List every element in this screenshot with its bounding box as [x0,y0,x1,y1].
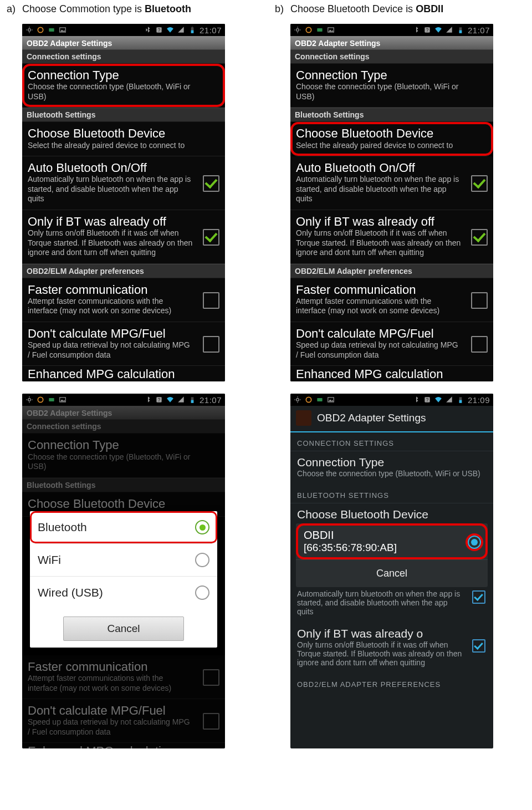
app-header: OBD2 Adapter Settings [290,36,493,49]
connection-type-sub-dim: Choose the connection type (Bluetooth, W… [28,452,219,472]
cancel-button[interactable]: Cancel [63,617,184,641]
enhanced-title-dim: Enhanced MPG calculation [28,744,175,748]
status-bar: ? 21:07 [290,24,493,36]
help-icon: ? [423,396,431,404]
obd-icon [316,396,324,404]
item-only-if[interactable]: Only if BT was already off Only turns on… [290,210,493,264]
item-enhanced-cut[interactable]: Enhanced MPG calculation [290,366,493,381]
svg-text:?: ? [158,398,161,403]
picture-icon [59,26,66,34]
phone-a1: ? 21:07 OBD2 Adapter Settings Connection… [22,24,225,381]
caption-b-bold: OBDII [416,3,443,14]
help-icon: ? [155,396,163,404]
auto-bt-sub: Automatically turn bluetooth on when the… [28,175,219,204]
connection-type-title-dim: Connection Type [28,438,219,452]
item-enhanced-cut[interactable]: Enhanced MPG calculation [22,366,225,381]
item-faster[interactable]: Faster communication Attempt faster comm… [22,278,225,322]
connection-type-title: Connection Type [28,68,219,82]
wifi-icon [166,26,174,34]
app-logo-icon [296,410,311,426]
holo-choose-bt[interactable]: Choose Bluetooth Device [290,503,493,523]
mpg-checkbox[interactable] [203,336,219,353]
auto-bt-title: Auto Bluetooth On/Off [296,161,488,175]
option-obdii[interactable]: OBDII [66:35:56:78:90:AB] [296,523,488,559]
obd-icon [48,26,55,34]
enhanced-title: Enhanced MPG calculation [28,367,175,381]
faster-checkbox[interactable] [471,292,488,309]
only-if-title-holo: Only if BT was already o [297,627,487,640]
holo-connection-type[interactable]: Connection Type Choose the connection ty… [290,451,493,485]
only-if-checkbox-holo[interactable] [472,639,485,653]
mpg-checkbox[interactable] [471,336,488,353]
item-auto-bt[interactable]: Auto Bluetooth On/Off Automatically turn… [22,156,225,210]
option-bluetooth[interactable]: Bluetooth [30,511,217,544]
holo-only-if[interactable]: Only if BT was already o Only turns on/o… [290,623,493,674]
only-if-checkbox[interactable] [471,229,488,246]
wifi-icon [166,396,174,404]
svg-text:?: ? [426,28,429,33]
svg-point-1 [38,27,43,32]
svg-rect-8 [192,27,193,27]
faster-sub: Attempt faster communications with the i… [296,297,488,316]
svg-rect-11 [49,398,54,401]
caption-a-mono: Commotion [59,3,110,14]
auto-bt-sub-holo: Automatically turn bluetooth on when the… [297,589,487,616]
faster-sub-dim: Attempt faster communications with the i… [28,674,219,693]
caption-b: b) Choose Bluetooth Device is OBDII [275,3,493,15]
battery-icon [188,26,196,34]
section-connection-dim: Connection settings [22,419,225,434]
phone-b1: ? 21:07 OBD2 Adapter Settings Connection… [290,24,493,381]
faster-title: Faster communication [28,283,219,297]
faster-title-dim: Faster communication [28,660,219,674]
battery-icon [457,396,464,404]
item-mpg-dim: Don't calculate MPG/Fuel Speed up data r… [22,699,225,743]
auto-bt-checkbox-holo[interactable] [472,590,485,604]
item-connection-type[interactable]: Connection Type Choose the connection ty… [22,64,225,108]
item-faster[interactable]: Faster communication Attempt faster comm… [290,278,493,322]
item-mpg[interactable]: Don't calculate MPG/Fuel Speed up data r… [290,322,493,366]
item-choose-bt[interactable]: Choose Bluetooth Device Select the alrea… [290,122,493,156]
holo-auto-bt[interactable]: Automatically turn bluetooth on when the… [290,587,493,623]
cancel-button[interactable]: Cancel [296,559,488,587]
item-mpg[interactable]: Don't calculate MPG/Fuel Speed up data r… [22,322,225,366]
option-wired-label: Wired (USB) [38,586,103,599]
svg-point-26 [306,398,311,403]
dialog-choose-bt: OBDII [66:35:56:78:90:AB] Cancel [296,523,488,587]
item-connection-type[interactable]: Connection Type Choose the connection ty… [290,64,493,108]
wifi-icon [434,396,442,404]
radio-icon [195,585,209,600]
bluetooth-icon [144,26,152,34]
option-wifi-label: WiFi [38,553,61,567]
torque-icon [37,26,44,34]
option-bluetooth-label: Bluetooth [38,521,87,534]
section-bluetooth: Bluetooth Settings [22,108,225,122]
svg-point-25 [296,399,299,401]
only-if-checkbox[interactable] [203,229,219,246]
option-wired[interactable]: Wired (USB) [30,577,217,609]
svg-point-0 [28,29,31,32]
caption-b-text: Choose Bluetooth Device is [290,3,416,14]
faster-checkbox[interactable] [203,292,219,309]
choose-bt-sub: Select the already paired device to conn… [28,141,219,151]
item-choose-bt[interactable]: Choose Bluetooth Device Select the alrea… [22,122,225,156]
section-bluetooth-dim: Bluetooth Settings [22,478,225,492]
picture-icon [327,26,335,34]
item-only-if[interactable]: Only if BT was already off Only turns on… [22,210,225,264]
choose-bt-title-holo: Choose Bluetooth Device [297,508,487,521]
torque-icon [305,26,313,34]
auto-bt-checkbox[interactable] [471,175,488,192]
option-wifi[interactable]: WiFi [30,544,217,577]
svg-rect-7 [191,30,194,33]
obd-icon [48,396,55,404]
battery-icon [188,396,196,404]
item-auto-bt[interactable]: Auto Bluetooth On/Off Automatically turn… [290,156,493,210]
signal-icon [446,26,453,34]
auto-bt-checkbox[interactable] [203,175,219,192]
only-if-title: Only if BT was already off [296,215,488,228]
bluetooth-icon [144,396,152,404]
section-connection-uc: CONNECTION SETTINGS [290,432,493,451]
faster-title: Faster communication [296,283,488,297]
clock: 21:07 [468,26,490,35]
status-bar: ? 21:07 [22,24,225,36]
svg-rect-27 [317,398,322,401]
